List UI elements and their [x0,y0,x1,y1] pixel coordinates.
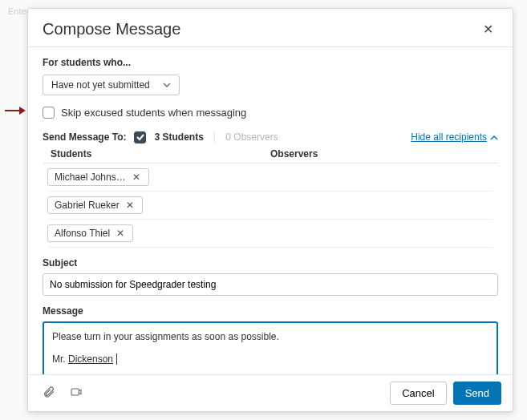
cancel-button[interactable]: Cancel [390,382,446,405]
media-button[interactable] [67,382,86,404]
recipient-name: Michael Johns… [55,172,126,183]
text-cursor [114,353,117,365]
filter-selected-value: Have not yet submitted [51,79,150,91]
students-column-header: Students [51,148,270,160]
filter-select[interactable]: Have not yet submitted [43,75,180,95]
chevron-up-icon [490,131,498,143]
observers-column-header: Observers [270,148,490,160]
svg-rect-2 [71,389,79,395]
skip-excused-label: Skip excused students when messaging [61,107,246,119]
students-checkbox[interactable] [134,131,146,143]
skip-excused-row: Skip excused students when messaging [43,107,498,119]
message-label: Message [43,305,498,317]
close-icon: ✕ [483,22,493,36]
skip-excused-checkbox[interactable] [43,107,55,119]
list-item: Michael Johns… ✕ [47,164,493,192]
recipients-columns-header: Students Observers [43,148,498,164]
send-to-row: Send Message To: 3 Students │ 0 Observer… [43,131,498,143]
modal-title: Compose Message [43,20,180,38]
recipient-name: Gabriel Rueker [55,200,120,211]
paperclip-icon [43,389,55,401]
hide-recipients-label: Hide all recipients [411,131,487,143]
observers-count: 0 Observers [225,131,278,143]
callout-arrow [5,106,26,115]
subject-input[interactable] [43,273,498,296]
message-line2-prefix: Mr. [52,353,68,365]
filter-label: For students who... [43,57,498,68]
compose-message-modal: Compose Message ✕ For students who... Ha… [27,8,513,412]
close-icon: ✕ [126,200,134,211]
subject-label: Subject [43,257,498,269]
send-button[interactable]: Send [453,382,501,405]
chevron-down-icon [163,83,171,87]
vertical-divider: │ [212,131,218,143]
modal-body: For students who... Have not yet submitt… [28,47,513,374]
recipients-list: Michael Johns… ✕ Gabriel Rueker ✕ Alfons… [43,164,498,248]
recipient-chip: Alfonso Thiel ✕ [47,224,133,242]
recipient-name: Alfonso Thiel [55,228,110,239]
svg-marker-1 [19,107,26,115]
students-count: 3 Students [154,131,203,143]
message-line2: Mr. Dickenson [52,352,488,366]
recipient-chip: Gabriel Rueker ✕ [47,196,143,214]
footer-icons [39,382,86,404]
message-textarea[interactable]: Please turn in your assignments as soon … [43,321,498,374]
recipient-chip: Michael Johns… ✕ [47,168,149,186]
message-line1: Please turn in your assignments as soon … [52,329,488,344]
message-line2-name: Dickenson [68,353,113,365]
remove-recipient-button[interactable]: ✕ [131,172,142,183]
close-icon: ✕ [116,228,124,239]
modal-footer: Cancel Send [28,374,513,411]
close-button[interactable]: ✕ [478,20,498,38]
modal-header: Compose Message ✕ [28,9,513,46]
close-icon: ✕ [132,172,140,183]
media-icon [70,389,83,401]
list-item: Alfonso Thiel ✕ [47,220,493,248]
send-to-label: Send Message To: [43,131,126,143]
hide-recipients-link[interactable]: Hide all recipients [411,131,498,143]
attach-button[interactable] [39,382,59,404]
remove-recipient-button[interactable]: ✕ [115,228,126,239]
list-item: Gabriel Rueker ✕ [47,192,493,220]
remove-recipient-button[interactable]: ✕ [124,200,136,211]
